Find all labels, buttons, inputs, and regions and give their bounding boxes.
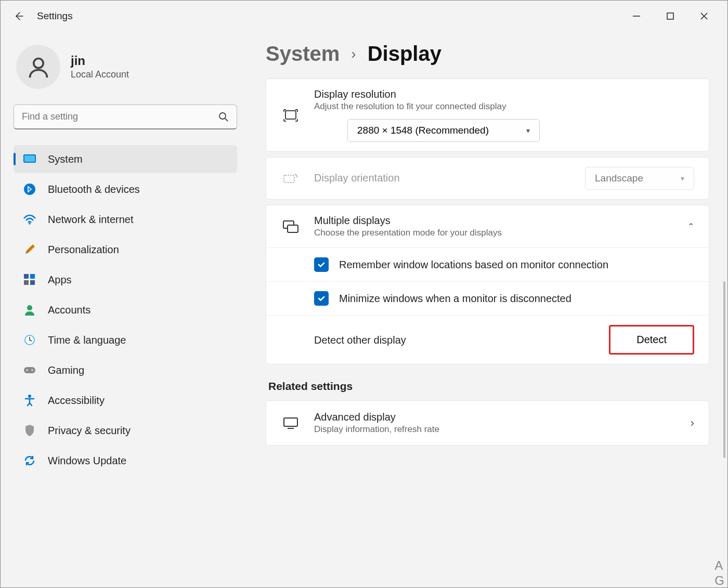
close-button[interactable] — [696, 8, 712, 24]
sidebar-item-time-language[interactable]: Time & language — [14, 326, 237, 354]
svg-rect-23 — [288, 225, 298, 232]
sidebar-item-label: Privacy & security — [48, 425, 131, 437]
profile-name: jin — [71, 54, 129, 68]
orientation-dropdown: Landscape ▾ — [585, 167, 694, 190]
sidebar-item-privacy[interactable]: Privacy & security — [14, 416, 237, 445]
display-resolution-card: Display resolution Adjust the resolution… — [266, 79, 709, 152]
sidebar-item-label: Apps — [48, 274, 72, 286]
accessibility-icon — [23, 394, 36, 407]
multi-title: Multiple displays — [314, 215, 687, 227]
sidebar-item-apps[interactable]: Apps — [14, 266, 237, 294]
resolution-title: Display resolution — [314, 88, 694, 100]
sidebar-item-accessibility[interactable]: Accessibility — [14, 386, 237, 414]
sidebar-item-update[interactable]: Windows Update — [14, 447, 237, 475]
svg-point-13 — [27, 305, 32, 310]
svg-point-8 — [29, 223, 31, 225]
remember-locations-checkbox[interactable] — [314, 257, 329, 272]
maximize-button[interactable] — [662, 8, 678, 24]
clock-icon — [23, 333, 36, 347]
sidebar-item-label: Personalization — [48, 244, 119, 256]
orientation-icon — [281, 172, 301, 185]
monitor-icon — [281, 417, 301, 429]
sidebar-item-label: System — [48, 153, 83, 165]
resolution-sub: Adjust the resolution to fit your connec… — [314, 101, 694, 112]
apps-icon — [23, 273, 36, 286]
breadcrumb-current: Display — [368, 42, 441, 66]
search-icon — [218, 112, 229, 122]
svg-point-19 — [28, 395, 31, 398]
svg-rect-12 — [30, 280, 35, 285]
svg-point-18 — [31, 369, 33, 371]
svg-rect-16 — [24, 367, 35, 373]
bluetooth-icon — [23, 182, 36, 196]
sidebar-item-gaming[interactable]: Gaming — [14, 356, 237, 384]
breadcrumb: System › Display — [266, 42, 709, 66]
orientation-value: Landscape — [595, 173, 643, 184]
search-input-wrap[interactable] — [14, 104, 237, 129]
multi-display-icon — [281, 220, 301, 233]
related-settings-heading: Related settings — [268, 380, 709, 393]
advanced-display-card[interactable]: Advanced display Display information, re… — [266, 400, 709, 446]
advanced-title: Advanced display — [314, 411, 691, 423]
detect-button[interactable]: Detect — [609, 325, 694, 355]
sidebar-item-label: Gaming — [48, 364, 84, 376]
search-input[interactable] — [22, 111, 218, 122]
resolution-dropdown[interactable]: 2880 × 1548 (Recommended) ▾ — [347, 119, 540, 142]
gaming-icon — [23, 363, 36, 377]
update-icon — [23, 454, 36, 467]
multi-sub: Choose the presentation mode for your di… — [314, 228, 687, 238]
svg-rect-1 — [667, 13, 673, 19]
chevron-right-icon: › — [351, 46, 356, 62]
sidebar-item-network[interactable]: Network & internet — [14, 205, 237, 233]
profile-block[interactable]: jin Local Account — [14, 45, 237, 89]
check-icon — [317, 294, 326, 303]
person-icon — [27, 56, 50, 79]
sidebar-item-accounts[interactable]: Accounts — [14, 296, 237, 324]
advanced-sub: Display information, refresh rate — [314, 424, 691, 435]
detect-label: Detect other display — [314, 333, 406, 347]
accounts-icon — [23, 303, 36, 317]
sidebar-item-label: Bluetooth & devices — [48, 184, 140, 195]
minimize-button[interactable] — [629, 8, 644, 24]
svg-rect-24 — [284, 418, 297, 426]
back-button[interactable] — [8, 6, 29, 27]
svg-point-3 — [219, 113, 226, 119]
system-icon — [23, 152, 36, 166]
back-arrow-icon — [14, 11, 24, 21]
multiple-displays-header[interactable]: Multiple displays Choose the presentatio… — [266, 205, 709, 247]
svg-point-2 — [33, 58, 43, 68]
detect-row: Detect other display Detect — [266, 315, 709, 364]
sidebar-item-bluetooth[interactable]: Bluetooth & devices — [14, 175, 237, 203]
svg-rect-11 — [24, 280, 29, 285]
svg-rect-20 — [285, 111, 296, 119]
minimize-disconnect-label: Minimize windows when a monitor is disco… — [339, 291, 571, 306]
sidebar-item-label: Time & language — [48, 334, 126, 346]
watermark: AG — [714, 558, 724, 588]
shield-icon — [23, 424, 36, 437]
svg-rect-9 — [24, 274, 29, 279]
profile-type: Local Account — [71, 69, 129, 80]
remember-locations-row[interactable]: Remember window locations based on monit… — [266, 247, 709, 281]
chevron-down-icon: ▾ — [681, 174, 684, 182]
svg-point-17 — [26, 369, 28, 371]
scrollbar[interactable] — [723, 281, 725, 458]
sidebar-item-label: Windows Update — [48, 455, 126, 467]
sidebar-item-system[interactable]: System — [14, 145, 237, 173]
chevron-down-icon: ▾ — [526, 126, 530, 135]
breadcrumb-parent[interactable]: System — [266, 42, 340, 66]
sidebar-item-personalization[interactable]: Personalization — [14, 236, 237, 264]
check-icon — [317, 260, 326, 269]
remember-locations-label: Remember window locations based on monit… — [339, 257, 608, 272]
avatar — [16, 45, 60, 89]
chevron-right-icon: › — [691, 416, 694, 430]
sidebar-item-label: Accessibility — [48, 395, 105, 407]
svg-rect-6 — [24, 155, 35, 162]
minimize-disconnect-checkbox[interactable] — [314, 291, 329, 306]
svg-rect-21 — [284, 175, 294, 182]
svg-line-4 — [225, 119, 228, 121]
chevron-up-icon: ⌃ — [687, 221, 694, 231]
sidebar-item-label: Network & internet — [48, 214, 134, 226]
window-title: Settings — [37, 10, 73, 22]
resolution-value: 2880 × 1548 (Recommended) — [357, 125, 489, 136]
minimize-disconnect-row[interactable]: Minimize windows when a monitor is disco… — [266, 281, 709, 315]
